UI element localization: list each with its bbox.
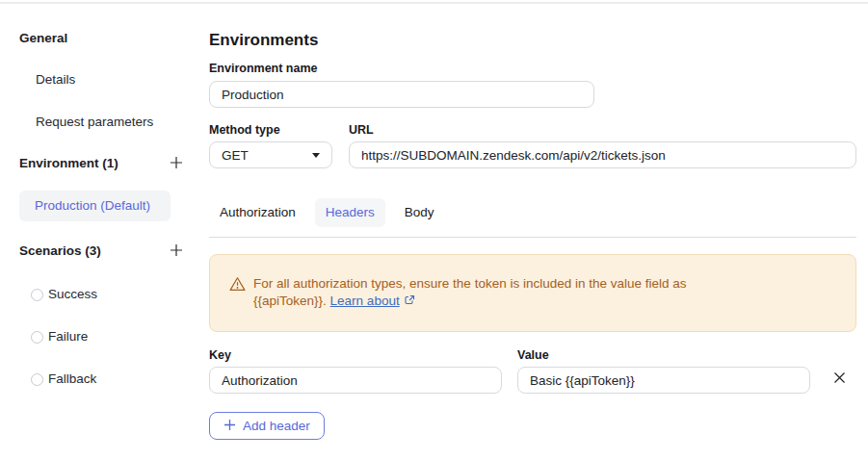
sidebar-section-general: General bbox=[19, 31, 190, 46]
close-icon bbox=[831, 370, 848, 389]
environment-name-label: Environment name bbox=[209, 62, 856, 75]
radio-icon[interactable] bbox=[31, 373, 43, 386]
scenario-option-label: Success bbox=[48, 287, 97, 302]
method-type-field: Method type GET bbox=[209, 123, 332, 168]
add-environment-button[interactable] bbox=[169, 155, 184, 173]
radio-icon[interactable] bbox=[31, 331, 43, 344]
warning-line1: For all authorization types, ensure the … bbox=[253, 276, 687, 291]
key-label: Key bbox=[209, 348, 502, 362]
key-input[interactable] bbox=[209, 367, 502, 394]
tab-divider bbox=[209, 237, 856, 238]
sidebar-section-scenarios-row: Scenarios (3) bbox=[19, 243, 190, 260]
sidebar-item-details[interactable]: Details bbox=[36, 72, 190, 88]
tab-body[interactable]: Body bbox=[394, 198, 445, 227]
scenario-option-label: Failure bbox=[48, 329, 88, 345]
external-link-icon[interactable] bbox=[404, 294, 415, 311]
caret-down-icon bbox=[312, 153, 320, 158]
tab-bar: Authorization Headers Body bbox=[209, 198, 856, 227]
sidebar-item-production-default[interactable]: Production (Default) bbox=[19, 191, 171, 221]
tab-authorization[interactable]: Authorization bbox=[209, 198, 306, 227]
sidebar-item-request-parameters[interactable]: Request parameters bbox=[36, 115, 190, 130]
method-url-row: Method type GET URL bbox=[209, 123, 856, 168]
add-scenario-button[interactable] bbox=[169, 243, 184, 261]
sidebar-section-scenarios: Scenarios (3) bbox=[19, 243, 101, 260]
warning-banner: For all authorization types, ensure the … bbox=[209, 254, 856, 332]
url-input[interactable] bbox=[349, 141, 856, 168]
scenario-option-fallback[interactable]: Fallback bbox=[31, 371, 190, 387]
environment-name-input[interactable] bbox=[209, 81, 594, 108]
sidebar-section-environment: Environment (1) bbox=[19, 155, 118, 172]
warning-triangle-icon bbox=[229, 276, 246, 295]
sidebar: General Details Request parameters Envir… bbox=[19, 4, 190, 440]
value-label: Value bbox=[517, 348, 810, 362]
method-type-label: Method type bbox=[209, 123, 332, 137]
url-label: URL bbox=[349, 123, 856, 137]
value-field: Value bbox=[517, 348, 810, 394]
learn-about-link[interactable]: Learn about bbox=[330, 294, 400, 308]
page-title: Environments bbox=[209, 31, 856, 50]
page-layout: General Details Request parameters Envir… bbox=[0, 4, 868, 440]
radio-icon[interactable] bbox=[31, 289, 43, 301]
url-field: URL bbox=[349, 123, 856, 168]
scenario-option-failure[interactable]: Failure bbox=[31, 329, 190, 345]
plus-icon bbox=[169, 243, 184, 261]
tab-headers[interactable]: Headers bbox=[315, 198, 385, 227]
plus-icon bbox=[224, 419, 236, 434]
remove-header-button[interactable] bbox=[831, 370, 848, 389]
sidebar-section-environment-row: Environment (1) bbox=[19, 155, 190, 172]
value-input[interactable] bbox=[517, 367, 810, 394]
plus-icon bbox=[169, 155, 184, 173]
key-field: Key bbox=[209, 348, 502, 394]
method-type-value: GET bbox=[222, 148, 249, 163]
add-header-label: Add header bbox=[243, 419, 310, 433]
warning-text: For all authorization types, ensure the … bbox=[253, 275, 687, 311]
scenario-option-label: Fallback bbox=[48, 371, 96, 387]
scenario-option-success[interactable]: Success bbox=[31, 287, 190, 302]
warning-line2: {{apiToken}}. bbox=[253, 294, 327, 308]
header-key-value-row: Key Value bbox=[209, 348, 856, 394]
main-panel: Environments Environment name Method typ… bbox=[209, 4, 856, 440]
add-header-button[interactable]: Add header bbox=[209, 412, 325, 440]
method-type-select[interactable]: GET bbox=[209, 141, 332, 168]
